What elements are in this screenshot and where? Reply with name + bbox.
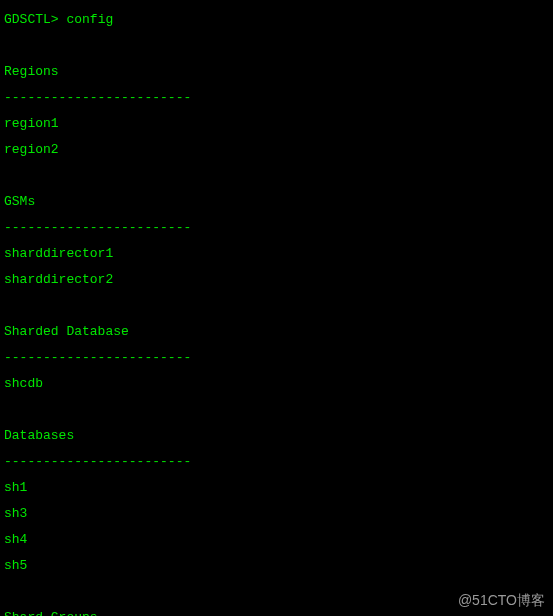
prompt-line[interactable]: GDSCTL> config xyxy=(4,13,549,26)
database-item: sh4 xyxy=(4,533,549,546)
database-item: sh1 xyxy=(4,481,549,494)
blank-line xyxy=(4,39,549,52)
section-header-regions: Regions xyxy=(4,65,549,78)
separator: ------------------------ xyxy=(4,455,549,468)
command-text: config xyxy=(66,12,113,27)
region-item: region2 xyxy=(4,143,549,156)
blank-line xyxy=(4,169,549,182)
prompt: GDSCTL> xyxy=(4,12,59,27)
separator: ------------------------ xyxy=(4,91,549,104)
region-item: region1 xyxy=(4,117,549,130)
section-header-gsms: GSMs xyxy=(4,195,549,208)
database-item: sh5 xyxy=(4,559,549,572)
database-item: sh3 xyxy=(4,507,549,520)
gsm-item: sharddirector2 xyxy=(4,273,549,286)
section-header-sharded-db: Sharded Database xyxy=(4,325,549,338)
separator: ------------------------ xyxy=(4,221,549,234)
terminal-output: GDSCTL> config Regions -----------------… xyxy=(0,0,553,616)
blank-line xyxy=(4,403,549,416)
blank-line xyxy=(4,299,549,312)
separator: ------------------------ xyxy=(4,351,549,364)
sharded-db-item: shcdb xyxy=(4,377,549,390)
section-header-databases: Databases xyxy=(4,429,549,442)
gsm-item: sharddirector1 xyxy=(4,247,549,260)
watermark: @51CTO博客 xyxy=(458,592,545,610)
section-header-shard-groups: Shard Groups xyxy=(4,611,549,616)
